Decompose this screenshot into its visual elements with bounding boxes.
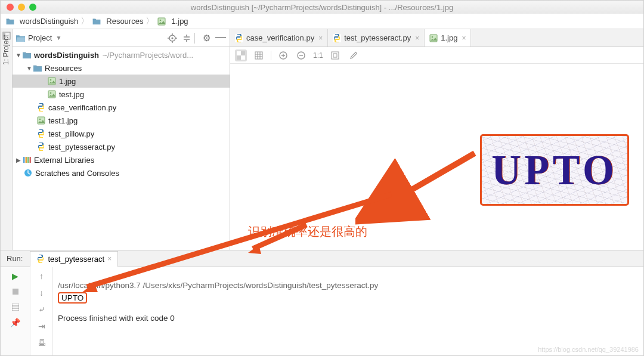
close-icon[interactable]: × [318,34,323,42]
svg-rect-14 [241,55,245,60]
traffic-close-icon[interactable] [7,4,14,11]
run-console[interactable]: /usr/local/bin/python3.7 /Users/xks/Pych… [53,267,643,355]
image-viewer-toolbar: 1:1 [230,47,643,64]
python-file-icon [36,255,45,263]
print-icon[interactable]: 🖶 [36,338,47,348]
tree-file-test1jpg[interactable]: test1.jpg [13,114,230,127]
fit-to-window-icon[interactable] [329,49,341,61]
svg-rect-15 [255,52,262,59]
soft-wrap-icon[interactable]: ⤶ [36,304,47,315]
project-tool-tab[interactable]: 1: Project [2,35,10,65]
close-icon[interactable]: × [415,34,419,42]
gear-icon[interactable]: ⚙ [201,33,212,44]
image-canvas[interactable]: UPTO 识别准确率还是很高的 [230,64,643,250]
chevron-down-icon[interactable]: ▼ [15,52,22,58]
window-title: wordsDistinguish [~/PycharmProjects/word… [1,3,643,12]
close-icon[interactable]: × [107,255,112,263]
chevron-right-icon: 〉 [80,16,89,27]
captcha-text: UPTO [491,146,618,195]
tree-project-root[interactable]: ▼ wordsDistinguish ~/PycharmProjects/wor… [13,48,230,61]
layout-icon[interactable] [10,302,21,312]
tree-file-testjpg[interactable]: test.jpg [13,88,230,101]
run-action-gutter: ▶ 📌 [1,267,30,355]
pin-icon[interactable]: 📌 [10,317,21,328]
hide-tool-icon[interactable]: — [215,32,226,42]
tree-item-label: 1.jpg [59,77,76,86]
tree-file-test-pytesseract[interactable]: test_pytesseract.py [13,140,230,153]
tree-external-libraries[interactable]: ▶ External Libraries [13,153,230,166]
tab-label: 1.jpg [441,33,457,42]
svg-rect-19 [333,54,337,57]
folder-icon [92,17,101,26]
tree-file-test-pillow[interactable]: test_pillow.py [13,127,230,140]
annotation-arrow-icon [355,147,487,225]
tree-item-label: case_verification.py [48,103,116,112]
tab-1jpg[interactable]: 1.jpg × [425,29,471,47]
color-picker-icon[interactable] [347,49,359,61]
run-nav-gutter: ↑ ↓ ⤶ ⇥ 🖶 [30,267,53,355]
tree-file-case-verification[interactable]: case_verification.py [13,101,230,114]
run-tab-label: test_pytesseract [48,255,104,264]
svg-point-11 [171,37,173,39]
chevron-down-icon[interactable]: ▼ [55,35,61,41]
project-tool-title[interactable]: Project [28,33,52,42]
zoom-out-icon[interactable] [295,49,307,61]
svg-rect-22 [13,289,18,295]
zoom-in-icon[interactable] [277,49,289,61]
traffic-minimize-icon[interactable] [18,4,25,11]
python-file-icon [36,142,46,151]
chevron-down-icon[interactable]: ▼ [26,65,33,72]
svg-rect-18 [332,52,339,59]
locate-icon[interactable] [167,33,178,44]
project-tree[interactable]: ▼ wordsDistinguish ~/PycharmProjects/wor… [13,47,230,250]
grid-icon[interactable] [253,49,265,61]
tab-label: test_pytesseract.py [344,33,411,42]
annotation-text: 识别准确率还是很高的 [248,224,367,240]
tab-label: case_verification.py [246,33,314,42]
project-sidebar: Project ▼ ⚙ — ▼ wordsDistinguish ~/Pycha… [13,29,230,250]
svg-rect-13 [237,51,241,55]
close-icon[interactable]: × [462,34,466,42]
tree-item-label: test1.jpg [48,116,78,125]
run-toolwindow: Run: test_pytesseract × ▶ 📌 ↑ ↓ ⤶ ⇥ 🖶 /u [1,250,643,355]
tree-folder-resources[interactable]: ▼ Resources [13,61,230,75]
rerun-icon[interactable]: ▶ [10,271,21,281]
folder-icon [22,50,32,60]
down-icon[interactable]: ↓ [36,287,47,298]
traffic-zoom-icon[interactable] [29,4,36,11]
window-titlebar: wordsDistinguish [~/PycharmProjects/word… [1,1,643,14]
tab-case-verification[interactable]: case_verification.py × [230,29,328,47]
tree-item-label: Resources [45,64,82,73]
breadcrumb: wordsDistinguish 〉 Resources 〉 1.jpg [1,14,643,29]
python-file-icon [36,103,46,112]
tab-test-pytesseract[interactable]: test_pytesseract.py × [328,29,425,47]
breadcrumb-root[interactable]: wordsDistinguish [20,17,78,26]
tree-file-1jpg[interactable]: 1.jpg [13,75,230,88]
tree-scratches[interactable]: Scratches and Consoles [13,166,230,179]
stop-icon[interactable] [10,286,21,297]
left-tool-strip: 1: Project [1,29,13,250]
captcha-image: UPTO [480,134,629,206]
chevron-right-icon[interactable]: ▶ [15,157,22,163]
separator [194,33,195,44]
chevron-right-icon: 〉 [145,16,154,27]
tree-item-label: test.jpg [59,90,84,99]
breadcrumb-leaf[interactable]: 1.jpg [171,17,188,26]
console-output-highlight: UPTO [58,292,87,304]
up-icon[interactable]: ↑ [36,271,47,281]
editor-tabs: case_verification.py × test_pytesseract.… [230,29,643,47]
console-command: /usr/local/bin/python3.7 /Users/xks/Pych… [58,281,378,290]
image-file-icon [47,76,57,86]
project-tool-header: Project ▼ ⚙ — [13,29,230,47]
breadcrumb-mid[interactable]: Resources [106,17,143,26]
image-file-icon [157,17,166,26]
project-icon [16,34,25,42]
tree-item-label: test_pillow.py [48,129,94,138]
collapse-all-icon[interactable] [181,33,192,44]
zoom-actual-button[interactable]: 1:1 [313,49,323,61]
svg-line-20 [361,153,475,219]
run-tab[interactable]: test_pytesseract × [30,251,118,267]
checker-bg-icon[interactable] [235,49,247,61]
watermark: https://blog.csdn.net/qq_39241986 [538,346,639,353]
scroll-to-end-icon[interactable]: ⇥ [36,321,47,332]
